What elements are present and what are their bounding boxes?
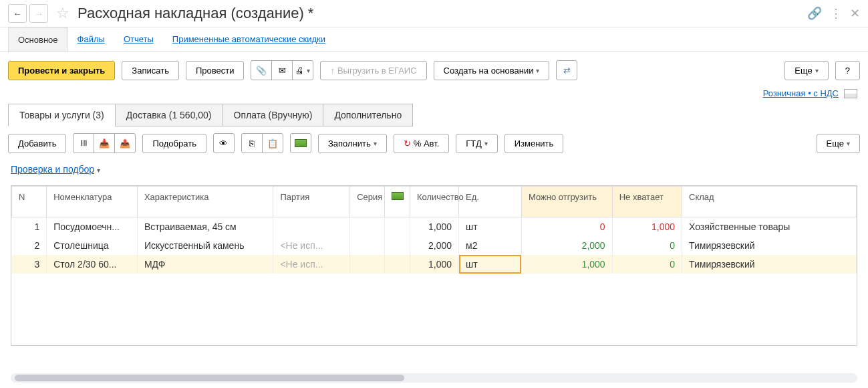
cell-ser[interactable] <box>350 217 385 237</box>
star-icon[interactable]: ☆ <box>56 5 69 22</box>
horizontal-scrollbar[interactable] <box>11 373 857 383</box>
gtd-button[interactable]: ГТД ▾ <box>456 134 497 153</box>
col-ship[interactable]: Можно отгрузить <box>521 187 612 217</box>
scrollbar-thumb[interactable] <box>15 375 404 381</box>
cell-unit[interactable]: шт <box>459 255 522 274</box>
close-icon[interactable]: ✕ <box>850 6 860 21</box>
fill-button[interactable]: Заполнить ▾ <box>318 134 387 153</box>
col-qty[interactable]: Количество <box>410 187 458 217</box>
view-button[interactable]: 👁 <box>213 133 235 153</box>
table-row[interactable]: 2СтолешницаИскусственный камень<Не исп..… <box>12 236 857 255</box>
egais-button[interactable]: ↑ Выгрузить в ЕГАИС <box>320 61 426 80</box>
cell-ser[interactable] <box>350 236 385 255</box>
col-unit[interactable]: Ед. <box>459 187 522 217</box>
cell-miss[interactable]: 1,000 <box>612 217 682 237</box>
page-title: Расходная накладная (создание) * <box>78 5 802 22</box>
cell-wh[interactable]: Тимирязевский <box>682 255 857 274</box>
cell-ico[interactable] <box>385 236 410 255</box>
tab-delivery[interactable]: Доставка (1 560,00) <box>115 104 223 126</box>
cell-ship[interactable]: 0 <box>521 217 612 237</box>
nav-forward-button[interactable]: → <box>29 4 48 23</box>
cell-char[interactable]: МДФ <box>137 255 273 274</box>
cell-n[interactable]: 3 <box>12 255 47 274</box>
col-char[interactable]: Характеристика <box>137 187 273 217</box>
view-tab-reports[interactable]: Отчеты <box>114 27 163 52</box>
email-button[interactable]: ✉ <box>271 60 293 80</box>
cell-unit[interactable]: м2 <box>459 236 522 255</box>
cell-ser[interactable] <box>350 255 385 274</box>
tab-goods[interactable]: Товары и услуги (3) <box>8 104 116 126</box>
post-button[interactable]: Провести <box>186 61 245 80</box>
pick-button[interactable]: Подобрать <box>142 134 206 153</box>
link-icon[interactable]: 🔗 <box>807 6 822 21</box>
cell-ship[interactable]: 1,000 <box>521 255 612 274</box>
col-miss[interactable]: Не хватает <box>612 187 682 217</box>
table-row[interactable]: 1Посудомоечн...Встраиваемая, 45 см1,000ш… <box>12 217 857 237</box>
cell-qty[interactable]: 2,000 <box>410 236 458 255</box>
goods-table: N Номенклатура Характеристика Партия Сер… <box>11 186 857 274</box>
cell-char[interactable]: Встраиваемая, 45 см <box>137 217 273 237</box>
cell-ship[interactable]: 2,000 <box>521 236 612 255</box>
view-tab-discounts[interactable]: Примененные автоматические скидки <box>163 27 335 52</box>
view-tab-files[interactable]: Файлы <box>68 27 114 52</box>
cell-miss[interactable]: 0 <box>612 255 682 274</box>
card-icon[interactable] <box>844 89 857 98</box>
scan-group: ⦀⦀ 📥 📤 <box>73 133 136 153</box>
view-tab-main[interactable]: Основное <box>8 27 68 52</box>
cell-ico[interactable] <box>385 217 410 237</box>
save-button[interactable]: Записать <box>122 61 179 80</box>
cell-wh[interactable]: Тимирязевский <box>682 236 857 255</box>
structure-button[interactable]: ⇄ <box>556 60 577 80</box>
check-pick-link[interactable]: Проверка и подбор <box>11 164 94 175</box>
cell-wh[interactable]: Хозяйственные товары <box>682 217 857 237</box>
cell-qty[interactable]: 1,000 <box>410 255 458 274</box>
create-based-button[interactable]: Создать на основании ▾ <box>434 61 550 80</box>
table-more-button[interactable]: Еще ▾ <box>817 134 860 153</box>
cell-n[interactable]: 1 <box>12 217 47 237</box>
more-icon[interactable]: ⋮ <box>830 6 842 21</box>
col-n[interactable]: N <box>12 187 47 217</box>
import-button[interactable]: 📥 <box>94 133 115 153</box>
add-row-button[interactable]: Добавить <box>8 134 66 153</box>
submit-close-button[interactable]: Провести и закрыть <box>8 61 115 80</box>
clip-icon: 📎 <box>256 66 267 76</box>
help-button[interactable]: ? <box>835 61 860 80</box>
goods-table-wrap: N Номенклатура Характеристика Партия Сер… <box>11 185 857 346</box>
cell-miss[interactable]: 0 <box>612 236 682 255</box>
copy-button[interactable]: ⎘ <box>241 133 263 153</box>
barcode-button[interactable]: ⦀⦀ <box>73 133 94 153</box>
more-button[interactable]: Еще ▾ <box>784 61 828 80</box>
attach-button[interactable]: 📎 <box>251 60 272 80</box>
cell-nom[interactable]: Посудомоечн... <box>47 217 138 237</box>
table-header-row: N Номенклатура Характеристика Партия Сер… <box>12 187 857 217</box>
cell-n[interactable]: 2 <box>12 236 47 255</box>
col-icon[interactable] <box>385 187 410 217</box>
cell-part[interactable]: <Не исп... <box>273 236 350 255</box>
cell-ico[interactable] <box>385 255 410 274</box>
cell-char[interactable]: Искусственный камень <box>137 236 273 255</box>
money-button[interactable] <box>290 133 311 153</box>
nav-back-button[interactable]: ← <box>8 4 27 23</box>
cell-nom[interactable]: Столешница <box>47 236 138 255</box>
col-ser[interactable]: Серия <box>350 187 385 217</box>
change-button[interactable]: Изменить <box>504 134 564 153</box>
export-button[interactable]: 📤 <box>114 133 136 153</box>
print-button[interactable]: 🖨▾ <box>292 60 313 80</box>
eye-icon: 👁 <box>219 138 228 149</box>
cell-nom[interactable]: Стол 2/30 60... <box>47 255 138 274</box>
cell-unit[interactable]: шт <box>459 217 522 237</box>
cell-qty[interactable]: 1,000 <box>410 217 458 237</box>
price-type-link[interactable]: Розничная • с НДС <box>763 88 839 98</box>
col-wh[interactable]: Склад <box>682 187 857 217</box>
cell-part[interactable] <box>273 217 350 237</box>
col-part[interactable]: Партия <box>273 187 350 217</box>
view-tabs: Основное Файлы Отчеты Примененные автома… <box>0 27 868 52</box>
table-row[interactable]: 3Стол 2/30 60...МДФ<Не исп...1,000шт1,00… <box>12 255 857 274</box>
col-nom[interactable]: Номенклатура <box>47 187 138 217</box>
tab-payment[interactable]: Оплата (Вручную) <box>223 104 324 126</box>
auto-discount-button[interactable]: ↻ % Авт. <box>394 134 450 153</box>
export-icon: 📤 <box>120 138 130 149</box>
cell-part[interactable]: <Не исп... <box>273 255 350 274</box>
tab-additional[interactable]: Дополнительно <box>323 104 413 126</box>
paste-button[interactable]: 📋 <box>262 133 283 153</box>
